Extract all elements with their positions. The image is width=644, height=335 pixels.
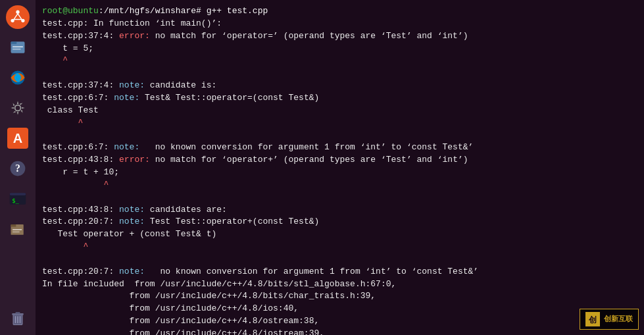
files-button[interactable]: [3, 33, 32, 62]
watermark-label: 创新互联: [604, 314, 633, 324]
terminal-line-14: ^: [42, 179, 637, 192]
sidebar: A ? $_: [0, 0, 36, 335]
settings-button[interactable]: [3, 93, 32, 122]
terminal-line-15: [42, 192, 637, 204]
terminal-line-11: test.cpp:6:7: note: no known conversion …: [42, 142, 637, 154]
svg-rect-18: [12, 229, 22, 230]
firefox-button[interactable]: [3, 63, 32, 92]
svg-rect-17: [11, 224, 16, 227]
svg-text:创: 创: [588, 315, 597, 324]
firefox-icon: [9, 68, 27, 87]
files2-icon: [9, 220, 27, 238]
terminal-line-13: r = t + 10;: [42, 167, 637, 179]
terminal-line-19: ^: [42, 241, 637, 253]
terminal-line-17: test.cpp:20:7: note: Test Test::operator…: [42, 216, 637, 228]
svg-rect-7: [12, 49, 20, 50]
terminal-line-10: [42, 129, 637, 142]
svg-rect-19: [12, 232, 20, 233]
svg-rect-5: [11, 41, 17, 44]
terminal-line-8: class Test: [42, 105, 637, 117]
trash-icon: [9, 309, 27, 327]
svg-text:?: ?: [15, 163, 20, 174]
terminal-line-7: test.cpp:6:7: note: Test& Test::operator…: [42, 92, 637, 105]
terminal-line-3: t = 5;: [42, 43, 637, 55]
terminal-line-23: from /usr/include/c++/4.8/bits/char_trai…: [42, 290, 637, 303]
terminal-line-22: In file included from /usr/include/c++/4…: [42, 278, 637, 291]
software-center-icon: A: [7, 128, 28, 149]
ubuntu-logo-button[interactable]: [3, 3, 32, 32]
terminal-line-16: test.cpp:43:8: note: candidates are:: [42, 204, 637, 217]
svg-rect-22: [16, 312, 20, 314]
terminal-line-6: test.cpp:37:4: note: candidate is:: [42, 80, 637, 92]
terminal-line-4: ^: [42, 55, 637, 67]
terminal-line-26: from /usr/include/c++/4.8/iostream:39,: [42, 328, 637, 335]
files2-button[interactable]: [3, 215, 32, 244]
files-icon: [9, 38, 27, 57]
trash-button[interactable]: [3, 303, 32, 332]
terminal-line-24: from /usr/include/c++/4.8/ios:40,: [42, 303, 637, 315]
software-center-button[interactable]: A: [3, 124, 32, 153]
svg-rect-6: [12, 46, 23, 47]
terminal-line-1: test.cpp: In function ‘int main()’:: [42, 18, 637, 30]
terminal-line-2: test.cpp:37:4: error: no match for ‘oper…: [42, 30, 637, 43]
help-button[interactable]: ?: [3, 154, 32, 183]
terminal-line-25: from /usr/include/c++/4.8/ostream:38,: [42, 315, 637, 328]
terminal-line-5: [42, 67, 637, 80]
terminal-line-20: [42, 253, 637, 266]
watermark-logo: 创: [585, 312, 600, 326]
terminal-line-0: root@ubuntu:/mnt/hgfs/winshare# g++ test…: [42, 5, 637, 18]
terminal-area: root@ubuntu:/mnt/hgfs/winshare# g++ test…: [36, 0, 644, 335]
terminal-line-18: Test operator + (const Test& t): [42, 228, 637, 241]
terminal-button[interactable]: $_: [3, 184, 32, 213]
svg-point-10: [15, 105, 21, 111]
watermark: 创 创新互联: [580, 309, 639, 330]
ubuntu-logo: [6, 5, 30, 29]
svg-text:$_: $_: [12, 197, 19, 204]
settings-icon: [9, 99, 27, 117]
terminal-line-9: ^: [42, 117, 637, 130]
terminal-icon: $_: [9, 190, 27, 208]
svg-rect-14: [10, 193, 26, 195]
terminal-line-12: test.cpp:43:8: error: no match for ‘oper…: [42, 154, 637, 167]
terminal-line-21: test.cpp:20:7: note: no known conversion…: [42, 266, 637, 278]
help-icon: ?: [9, 159, 27, 178]
